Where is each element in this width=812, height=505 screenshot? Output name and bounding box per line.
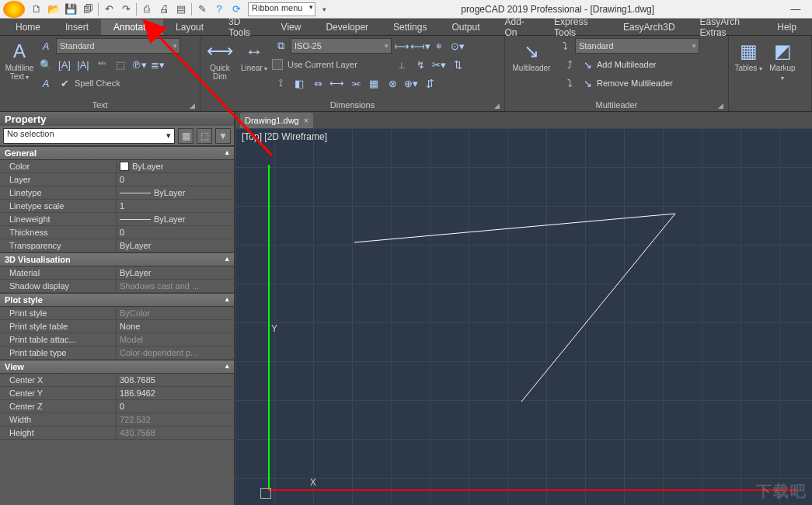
justify-icon[interactable]: |A|: [75, 56, 92, 73]
saveall-icon[interactable]: 🗐: [80, 2, 96, 17]
dim-space-icon[interactable]: ⇅: [449, 56, 466, 73]
brush-icon[interactable]: ✎: [194, 2, 210, 17]
d3-icon[interactable]: ⇔: [309, 75, 326, 92]
dim-continue-icon[interactable]: ⟼: [393, 37, 410, 54]
d5-icon[interactable]: ⫘: [347, 75, 364, 92]
menu-item-help[interactable]: Help: [765, 19, 809, 35]
property-category[interactable]: 3D Visualisation▴: [0, 252, 234, 266]
tables-button[interactable]: ▦ Tables: [732, 37, 765, 76]
property-row[interactable]: Lineweight ByLayer: [0, 213, 234, 226]
dim-style-dropdown[interactable]: ISO-25: [291, 38, 392, 54]
property-row[interactable]: Layer0: [0, 173, 234, 186]
text-dialog-launcher[interactable]: ◢: [190, 99, 195, 112]
linear-dim-button[interactable]: ↔ Linear: [238, 37, 270, 76]
property-row[interactable]: Thickness0: [0, 226, 234, 239]
d2-icon[interactable]: ◧: [291, 75, 308, 92]
dim-dialog-launcher[interactable]: ◢: [494, 99, 500, 112]
ribbon-menu-dropdown[interactable]: Ribbon menu: [248, 2, 315, 16]
ml-align-icon[interactable]: ⤴: [561, 56, 578, 73]
property-value[interactable]: Color-dependent p...: [117, 347, 234, 359]
property-category[interactable]: General▴: [0, 146, 234, 160]
property-row[interactable]: Print style tableNone: [0, 320, 234, 333]
property-row[interactable]: MaterialByLayer: [0, 266, 234, 280]
use-current-layer-checkbox[interactable]: [272, 59, 283, 70]
property-row[interactable]: Center Y186.9462: [0, 387, 234, 400]
dim-center-icon[interactable]: ⊙▾: [449, 37, 466, 54]
property-row[interactable]: Center Z0: [0, 400, 234, 413]
property-row[interactable]: Linetype ByLayer: [0, 186, 234, 200]
qat-dropdown-icon[interactable]: ▾: [316, 2, 332, 17]
property-value[interactable]: 186.9462: [117, 387, 234, 399]
property-value[interactable]: ByLayer: [117, 239, 234, 252]
property-value[interactable]: 308.7685: [117, 374, 234, 386]
close-tab-icon[interactable]: ×: [304, 116, 308, 125]
property-value[interactable]: 0: [117, 173, 234, 186]
dim-jog-icon[interactable]: ↯: [412, 56, 429, 73]
property-value[interactable]: 430.7568: [117, 427, 234, 439]
dim-break-icon[interactable]: ✂▾: [430, 56, 448, 73]
menu-item-easyarch3d[interactable]: EasyArch3D: [611, 19, 688, 35]
field-icon[interactable]: ⬚: [112, 56, 129, 73]
minimize-button[interactable]: —: [782, 1, 809, 18]
app-logo-icon[interactable]: [3, 1, 25, 18]
quick-dim-button[interactable]: ⟷ Quick Dim: [204, 37, 236, 84]
spellcheck-button[interactable]: Spell Check: [75, 78, 120, 88]
menu-item-view[interactable]: View: [269, 19, 314, 35]
property-row[interactable]: Height430.7568: [0, 427, 234, 440]
property-row[interactable]: Print table attac...Model: [0, 333, 234, 347]
property-value[interactable]: 0: [117, 400, 234, 413]
property-value[interactable]: ByColor: [117, 307, 234, 319]
dim-tol-icon[interactable]: ⊕: [430, 37, 448, 54]
height-icon[interactable]: [A]: [56, 56, 73, 73]
pick-icon[interactable]: ⬚: [197, 128, 212, 144]
remove-multileader-button[interactable]: ⤵ ↘ Remove Multileader: [556, 75, 699, 92]
property-value[interactable]: ByLayer: [117, 160, 234, 172]
open-icon[interactable]: 📂: [46, 2, 61, 17]
d6-icon[interactable]: ▦: [365, 75, 382, 92]
filter-icon[interactable]: ▼: [215, 128, 231, 144]
property-value[interactable]: None: [117, 320, 234, 333]
find-icon[interactable]: 🔍: [37, 56, 54, 73]
drawing-canvas[interactable]: [Top] [2D Wireframe] Y X 下载吧: [235, 128, 812, 505]
symbol-icon[interactable]: ℗▾: [131, 56, 148, 73]
multileader-button[interactable]: ↘ Multileader: [508, 37, 555, 75]
dim-inspect-icon[interactable]: ⟂: [393, 56, 410, 73]
property-row[interactable]: Print styleByColor: [0, 307, 234, 320]
selection-dropdown[interactable]: No selection: [3, 128, 175, 144]
file-tab[interactable]: Drawing1.dwg ×: [240, 113, 313, 128]
property-row[interactable]: ColorByLayer: [0, 160, 234, 173]
dim-baseline-icon[interactable]: ⟻▾: [412, 37, 429, 54]
quick-select-icon[interactable]: ▦: [178, 128, 193, 144]
property-value[interactable]: 0: [117, 226, 234, 239]
preview-icon[interactable]: ▤: [173, 2, 189, 17]
add-multileader-button[interactable]: ⤴ ↘ Add Multileader: [556, 56, 699, 73]
ml-collect-icon[interactable]: ⤵: [561, 75, 578, 92]
menu-item-settings[interactable]: Settings: [381, 19, 439, 35]
d1-icon[interactable]: ⟟: [272, 75, 289, 92]
numbering-icon[interactable]: ≣▾: [149, 56, 166, 73]
print-icon[interactable]: 🖨: [156, 2, 172, 17]
property-row[interactable]: Center X308.7685: [0, 374, 234, 387]
property-category[interactable]: View▴: [0, 360, 234, 374]
redo-icon[interactable]: ↷: [118, 2, 134, 17]
menu-item-layout[interactable]: Layout: [163, 19, 216, 35]
multiline-text-button[interactable]: A Multiline Text: [3, 37, 36, 85]
single-line-icon[interactable]: A: [37, 75, 54, 92]
d8-icon[interactable]: ⊕▾: [403, 75, 420, 92]
property-value[interactable]: ByLayer: [117, 266, 234, 279]
property-value[interactable]: ByLayer: [117, 213, 234, 225]
property-row[interactable]: Width722.532: [0, 413, 234, 427]
property-value[interactable]: ByLayer: [117, 186, 234, 199]
abc-icon[interactable]: ᴬᴮᶜ: [93, 56, 110, 73]
property-row[interactable]: Shadow displayShadows cast and ...: [0, 280, 234, 293]
property-value[interactable]: Shadows cast and ...: [117, 280, 234, 292]
mleader-dialog-launcher[interactable]: ◢: [718, 99, 723, 112]
markup-button[interactable]: ◩ Markup: [766, 37, 799, 85]
undo-icon[interactable]: ↶: [101, 2, 117, 17]
property-value[interactable]: 722.532: [117, 413, 234, 426]
plot-icon[interactable]: ⎙: [139, 2, 155, 17]
new-icon[interactable]: 🗋: [29, 2, 44, 17]
property-row[interactable]: TransparencyByLayer: [0, 239, 234, 252]
menu-item-developer[interactable]: Developer: [313, 19, 381, 35]
text-style-dropdown[interactable]: Standard: [56, 38, 180, 54]
